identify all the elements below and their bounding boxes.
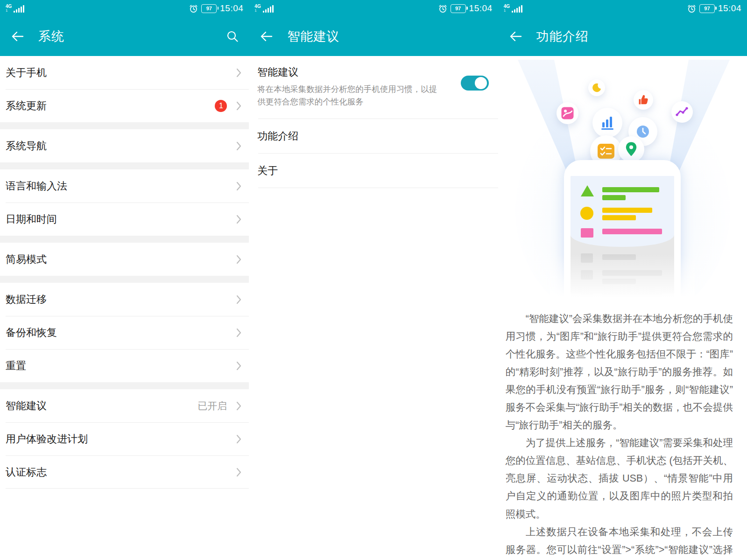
fade-overlay (498, 290, 747, 307)
battery-icon: 97 (201, 4, 217, 13)
menu-item-feature-intro[interactable]: 功能介绍 (249, 119, 498, 153)
battery-percent: 97 (704, 6, 710, 11)
mock-list-colored (571, 176, 674, 247)
feature-description: “智能建议”会采集数据并在本地分析您的手机使用习惯，为“图库”和“旅行助手”提供… (498, 307, 747, 560)
back-icon[interactable] (10, 30, 24, 42)
group-separator (0, 162, 249, 169)
item-label: 语言和输入法 (6, 179, 233, 193)
item-label: 简易模式 (6, 252, 233, 266)
chevron-right-icon (236, 361, 241, 371)
page-title: 系统 (38, 28, 64, 45)
settings-item-backup-restore[interactable]: 备份和恢复 (0, 316, 249, 349)
status-bar: 4G 1 97 15:04 (249, 0, 498, 17)
thumbs-up-icon (634, 90, 653, 110)
alarm-icon (687, 4, 696, 13)
divider (258, 188, 498, 188)
item-label: 重置 (6, 359, 233, 373)
paragraph: “智能建议”会采集数据并在本地分析您的手机使用习惯，为“图库”和“旅行助手”提供… (506, 310, 733, 434)
menu-item-about[interactable]: 关于 (249, 154, 498, 188)
battery-icon: 97 (451, 4, 466, 13)
bar-chart-icon (592, 108, 622, 138)
chevron-right-icon (236, 215, 241, 224)
phone-mockup (564, 160, 681, 307)
settings-item-system-navigation[interactable]: 系统导航 (0, 129, 249, 162)
item-label: 系统更新 (6, 99, 215, 113)
signal-bars-icon (263, 5, 274, 13)
feature-illustration (498, 56, 747, 307)
photo-icon (557, 102, 578, 124)
chevron-right-icon (236, 141, 241, 151)
mock-circle (580, 207, 593, 220)
chevron-right-icon (236, 68, 241, 77)
search-icon[interactable] (226, 30, 239, 42)
app-header: 系统 (0, 17, 249, 56)
settings-item-system-update[interactable]: 系统更新 1 (0, 89, 249, 122)
status-bar: 4G 1 97 15:04 (0, 0, 249, 17)
panel-feature-intro: 4G 1 97 15:04 功能介绍 (498, 0, 747, 560)
group-separator (0, 276, 249, 283)
clock-time: 15:04 (220, 3, 243, 14)
chevron-right-icon (236, 295, 241, 304)
settings-item-smart-suggestions[interactable]: 智能建议 已开启 (0, 389, 249, 422)
settings-item-date-time[interactable]: 日期和时间 (0, 203, 249, 236)
toggle-knob (475, 77, 487, 89)
chevron-right-icon (236, 434, 241, 444)
signal-icon: 4G 1 (6, 4, 24, 13)
location-pin-icon (618, 136, 644, 162)
chevron-right-icon (236, 468, 241, 477)
toggle-item-label: 智能建议 (257, 65, 452, 79)
battery-icon: 97 (699, 4, 715, 13)
signal-bars-icon (14, 5, 24, 13)
app-header: 智能建议 (249, 17, 498, 56)
panel-smart-suggestions: 4G 1 97 15:04 智能建议 智能建议 将在本地采集数据并分析您的手机使… (249, 0, 498, 560)
settings-item-reset[interactable]: 重置 (0, 349, 249, 382)
item-label: 用户体验改进计划 (6, 432, 233, 446)
settings-item-data-migration[interactable]: 数据迁移 (0, 283, 249, 316)
status-bar: 4G 1 97 15:04 (498, 0, 747, 17)
signal-icon: 4G 1 (254, 4, 273, 13)
clock-time: 15:04 (718, 3, 741, 14)
settings-item-language-input[interactable]: 语言和输入法 (0, 169, 249, 203)
item-label: 备份和恢复 (6, 326, 233, 340)
panel-system: 4G 1 97 15:04 系统 关于手机 系统更新 1 (0, 0, 249, 560)
page-title: 功能介绍 (536, 28, 589, 45)
back-icon[interactable] (259, 30, 273, 42)
item-label: 系统导航 (6, 139, 233, 153)
sim-index-label: 1 (6, 9, 7, 13)
chevron-right-icon (236, 255, 241, 264)
smart-suggestions-toggle-row: 智能建议 将在本地采集数据并分析您的手机使用习惯，以提供更符合您需求的个性化服务 (249, 56, 498, 119)
item-value: 已开启 (197, 399, 227, 413)
item-label: 认证标志 (6, 465, 233, 479)
settings-item-user-experience[interactable]: 用户体验改进计划 (0, 422, 249, 455)
group-separator (0, 122, 249, 129)
toggle-item-description: 将在本地采集数据并分析您的手机使用习惯，以提供更符合您需求的个性化服务 (257, 83, 444, 108)
paragraph: 上述数据只在设备本地采集和处理，不会上传服务器。您可以前往“设置”>“系统”>“… (506, 523, 733, 560)
group-separator (0, 236, 249, 243)
back-icon[interactable] (508, 30, 522, 42)
settings-item-certification[interactable]: 认证标志 (0, 455, 249, 489)
item-label: 智能建议 (6, 399, 197, 413)
signal-bars-icon (512, 5, 522, 13)
paragraph: 为了提供上述服务，“智能建议”需要采集和处理您的位置信息、基站信息、手机状态 (… (506, 434, 733, 523)
trend-line-icon (671, 101, 693, 123)
clock-time: 15:04 (469, 3, 493, 14)
sim-index-label: 1 (504, 9, 506, 13)
signal-icon: 4G 1 (504, 4, 522, 13)
group-separator (0, 382, 249, 389)
item-label: 关于手机 (6, 66, 233, 80)
item-label: 数据迁移 (6, 293, 233, 307)
settings-item-about-phone[interactable]: 关于手机 (0, 56, 249, 89)
smart-suggestions-toggle[interactable] (461, 76, 489, 91)
item-label: 关于 (257, 164, 278, 178)
sim-index-label: 1 (254, 9, 256, 13)
system-settings-list: 关于手机 系统更新 1 系统导航 语言和输入法 日期和时间 简易模式 (0, 56, 249, 489)
moon-icon (588, 79, 605, 96)
update-count-badge: 1 (215, 100, 227, 112)
chevron-right-icon (236, 101, 241, 111)
chevron-right-icon (236, 401, 241, 411)
settings-item-simple-mode[interactable]: 简易模式 (0, 243, 249, 276)
mock-square (581, 228, 593, 238)
battery-percent: 97 (455, 6, 461, 11)
alarm-icon (438, 4, 447, 13)
chevron-right-icon (236, 182, 241, 191)
